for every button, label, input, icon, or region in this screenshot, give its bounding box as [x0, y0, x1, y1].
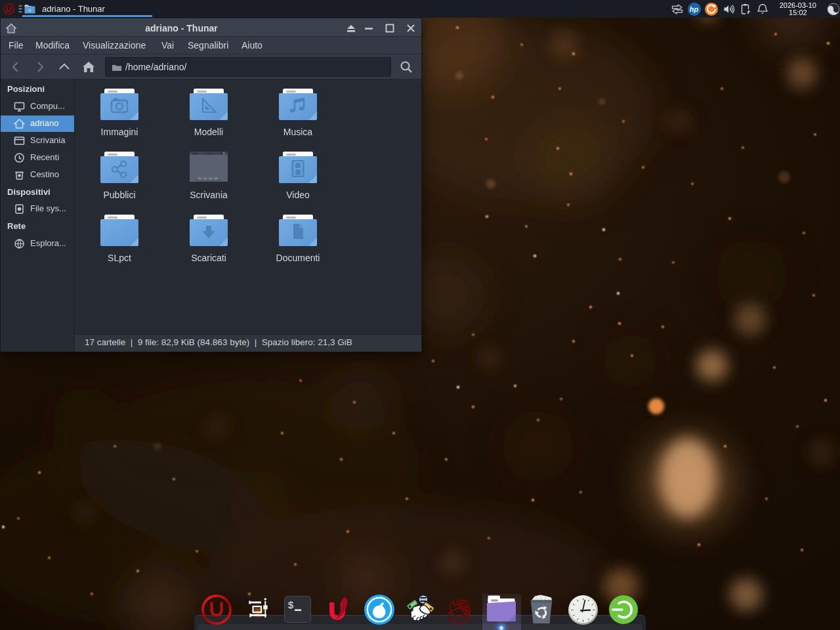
- svg-text:$: $: [288, 599, 294, 610]
- svg-text:hp: hp: [689, 5, 698, 13]
